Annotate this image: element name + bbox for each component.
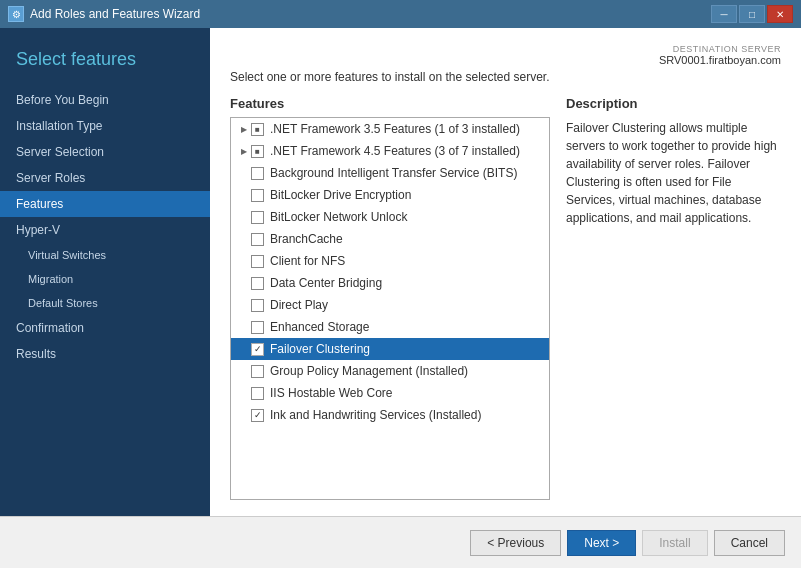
feature-label: Failover Clustering	[270, 342, 370, 356]
minimize-button[interactable]: ─	[711, 5, 737, 23]
window-title: Add Roles and Features Wizard	[30, 7, 200, 21]
expand-arrow-icon	[237, 188, 251, 202]
sidebar-item-migration[interactable]: Migration	[0, 267, 210, 291]
expand-arrow-icon	[237, 276, 251, 290]
previous-button[interactable]: < Previous	[470, 530, 561, 556]
expand-arrow-icon	[237, 298, 251, 312]
feature-label: BitLocker Drive Encryption	[270, 188, 411, 202]
feature-item[interactable]: Failover Clustering	[231, 338, 549, 360]
feature-label: Data Center Bridging	[270, 276, 382, 290]
destination-label: DESTINATION SERVER	[230, 44, 781, 54]
description-text: Failover Clustering allows multiple serv…	[566, 119, 781, 227]
destination-server-info: DESTINATION SERVER SRV0001.firatboyan.co…	[230, 44, 781, 66]
destination-name: SRV0001.firatboyan.com	[230, 54, 781, 66]
feature-item[interactable]: Group Policy Management (Installed)	[231, 360, 549, 382]
feature-item[interactable]: Enhanced Storage	[231, 316, 549, 338]
feature-checkbox[interactable]	[251, 255, 264, 268]
sidebar-item-features[interactable]: Features	[0, 191, 210, 217]
feature-checkbox[interactable]	[251, 123, 264, 136]
feature-label: Ink and Handwriting Services (Installed)	[270, 408, 481, 422]
feature-checkbox[interactable]	[251, 277, 264, 290]
app-icon: ⚙	[8, 6, 24, 22]
feature-item[interactable]: IIS Hostable Web Core	[231, 382, 549, 404]
sidebar: Select features Before You Begin Install…	[0, 28, 210, 516]
expand-arrow-icon	[237, 232, 251, 246]
feature-checkbox[interactable]	[251, 343, 264, 356]
feature-checkbox[interactable]	[251, 409, 264, 422]
feature-item[interactable]: Direct Play	[231, 294, 549, 316]
feature-label: BitLocker Network Unlock	[270, 210, 407, 224]
feature-checkbox[interactable]	[251, 365, 264, 378]
sidebar-item-results[interactable]: Results	[0, 341, 210, 367]
sidebar-item-default-stores[interactable]: Default Stores	[0, 291, 210, 315]
next-button[interactable]: Next >	[567, 530, 636, 556]
feature-label: .NET Framework 4.5 Features (3 of 7 inst…	[270, 144, 520, 158]
feature-label: BranchCache	[270, 232, 343, 246]
sidebar-item-virtual-switches[interactable]: Virtual Switches	[0, 243, 210, 267]
expand-arrow-icon	[237, 408, 251, 422]
feature-checkbox[interactable]	[251, 387, 264, 400]
restore-button[interactable]: □	[739, 5, 765, 23]
expand-arrow-icon	[237, 320, 251, 334]
expand-arrow-icon	[237, 364, 251, 378]
feature-checkbox[interactable]	[251, 321, 264, 334]
instruction-text: Select one or more features to install o…	[230, 70, 781, 84]
feature-checkbox[interactable]	[251, 299, 264, 312]
feature-checkbox[interactable]	[251, 233, 264, 246]
features-list-wrapper: ▶.NET Framework 3.5 Features (1 of 3 ins…	[230, 117, 550, 500]
feature-checkbox[interactable]	[251, 145, 264, 158]
feature-checkbox[interactable]	[251, 167, 264, 180]
feature-label: IIS Hostable Web Core	[270, 386, 393, 400]
expand-arrow-icon	[237, 386, 251, 400]
feature-label: Enhanced Storage	[270, 320, 369, 334]
description-header: Description	[566, 96, 781, 111]
feature-item[interactable]: Data Center Bridging	[231, 272, 549, 294]
features-section: Features ▶.NET Framework 3.5 Features (1…	[230, 96, 550, 500]
feature-item[interactable]: BranchCache	[231, 228, 549, 250]
expand-arrow-icon[interactable]: ▶	[237, 144, 251, 158]
window-controls: ─ □ ✕	[711, 5, 793, 23]
feature-item[interactable]: BitLocker Network Unlock	[231, 206, 549, 228]
feature-item[interactable]: Ink and Handwriting Services (Installed)	[231, 404, 549, 426]
expand-arrow-icon	[237, 342, 251, 356]
feature-item[interactable]: ▶.NET Framework 4.5 Features (3 of 7 ins…	[231, 140, 549, 162]
feature-label: Client for NFS	[270, 254, 345, 268]
feature-label: Background Intelligent Transfer Service …	[270, 166, 517, 180]
expand-arrow-icon	[237, 254, 251, 268]
sidebar-heading: Select features	[0, 28, 210, 87]
feature-item[interactable]: Background Intelligent Transfer Service …	[231, 162, 549, 184]
feature-item[interactable]: BitLocker Drive Encryption	[231, 184, 549, 206]
features-header: Features	[230, 96, 550, 111]
sidebar-item-before-you-begin[interactable]: Before You Begin	[0, 87, 210, 113]
feature-checkbox[interactable]	[251, 189, 264, 202]
main-panel: DESTINATION SERVER SRV0001.firatboyan.co…	[210, 28, 801, 516]
feature-label: Direct Play	[270, 298, 328, 312]
title-bar-left: ⚙ Add Roles and Features Wizard	[8, 6, 200, 22]
close-button[interactable]: ✕	[767, 5, 793, 23]
wizard-footer: < Previous Next > Install Cancel	[0, 516, 801, 568]
expand-arrow-icon[interactable]: ▶	[237, 122, 251, 136]
install-button[interactable]: Install	[642, 530, 707, 556]
content-area: Features ▶.NET Framework 3.5 Features (1…	[230, 96, 781, 500]
feature-item[interactable]: Client for NFS	[231, 250, 549, 272]
expand-arrow-icon	[237, 166, 251, 180]
sidebar-item-server-selection[interactable]: Server Selection	[0, 139, 210, 165]
sidebar-item-server-roles[interactable]: Server Roles	[0, 165, 210, 191]
cancel-button[interactable]: Cancel	[714, 530, 785, 556]
sidebar-item-hyper-v[interactable]: Hyper-V	[0, 217, 210, 243]
feature-label: .NET Framework 3.5 Features (1 of 3 inst…	[270, 122, 520, 136]
sidebar-item-installation-type[interactable]: Installation Type	[0, 113, 210, 139]
feature-checkbox[interactable]	[251, 211, 264, 224]
features-list[interactable]: ▶.NET Framework 3.5 Features (1 of 3 ins…	[231, 118, 549, 499]
description-section: Description Failover Clustering allows m…	[566, 96, 781, 500]
sidebar-item-confirmation[interactable]: Confirmation	[0, 315, 210, 341]
title-bar: ⚙ Add Roles and Features Wizard ─ □ ✕	[0, 0, 801, 28]
feature-label: Group Policy Management (Installed)	[270, 364, 468, 378]
feature-item[interactable]: ▶.NET Framework 3.5 Features (1 of 3 ins…	[231, 118, 549, 140]
expand-arrow-icon	[237, 210, 251, 224]
wizard-body: Select features Before You Begin Install…	[0, 28, 801, 516]
